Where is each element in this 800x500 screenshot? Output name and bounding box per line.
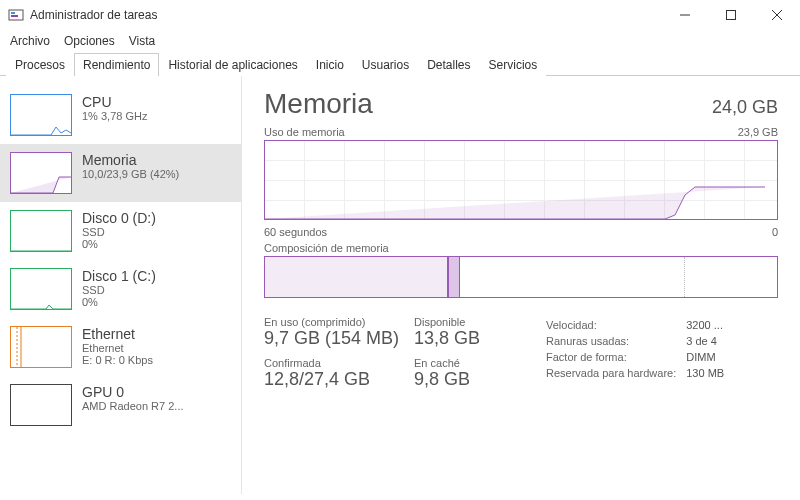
ethernet-sub1: Ethernet: [82, 342, 153, 354]
disk0-name: Disco 0 (D:): [82, 210, 156, 226]
time-right-label: 0: [772, 226, 778, 238]
main-panel: Memoria 24,0 GB Uso de memoria 23,9 GB 6…: [242, 76, 800, 494]
sidebar-item-ethernet[interactable]: Ethernet Ethernet E: 0 R: 0 Kbps: [0, 318, 241, 376]
svg-rect-4: [727, 11, 736, 20]
disk1-name: Disco 1 (C:): [82, 268, 156, 284]
slots-label: Ranuras usadas:: [546, 334, 684, 348]
cpu-thumb: [10, 94, 72, 136]
composition-label: Composición de memoria: [264, 242, 389, 254]
reserved-label: Reservada para hardware:: [546, 366, 684, 380]
composition-modified: [449, 257, 459, 297]
window-title: Administrador de tareas: [30, 8, 662, 22]
menubar: Archivo Opciones Vista: [0, 30, 800, 52]
tab-app-history[interactable]: Historial de aplicaciones: [159, 53, 306, 76]
maximize-button[interactable]: [708, 0, 754, 30]
disk1-thumb: [10, 268, 72, 310]
usage-label: Uso de memoria: [264, 126, 345, 138]
committed-label: Confirmada: [264, 357, 414, 369]
cached-value: 9,8 GB: [414, 369, 524, 390]
menu-file[interactable]: Archivo: [10, 34, 50, 48]
sidebar-item-disk1[interactable]: Disco 1 (C:) SSD 0%: [0, 260, 241, 318]
tab-startup[interactable]: Inicio: [307, 53, 353, 76]
svg-rect-2: [11, 15, 18, 17]
gpu0-thumb: [10, 384, 72, 426]
in-use-value: 9,7 GB (154 MB): [264, 328, 414, 349]
disk0-sub2: 0%: [82, 238, 156, 250]
memory-total: 24,0 GB: [712, 97, 778, 118]
disk0-sub1: SSD: [82, 226, 156, 238]
page-title: Memoria: [264, 88, 373, 120]
memory-sub: 10,0/23,9 GB (42%): [82, 168, 179, 180]
composition-free: [685, 257, 777, 297]
available-label: Disponible: [414, 316, 524, 328]
memory-name: Memoria: [82, 152, 179, 168]
sidebar-item-gpu0[interactable]: GPU 0 AMD Radeon R7 2...: [0, 376, 241, 434]
ethernet-thumb: [10, 326, 72, 368]
close-button[interactable]: [754, 0, 800, 30]
available-value: 13,8 GB: [414, 328, 524, 349]
svg-rect-1: [11, 12, 15, 14]
disk1-sub2: 0%: [82, 296, 156, 308]
menu-view[interactable]: Vista: [129, 34, 155, 48]
speed-value: 3200 ...: [686, 318, 732, 332]
in-use-label: En uso (comprimido): [264, 316, 414, 328]
menu-options[interactable]: Opciones: [64, 34, 115, 48]
composition-standby: [460, 257, 685, 297]
memory-thumb: [10, 152, 72, 194]
sidebar-item-cpu[interactable]: CPU 1% 3,78 GHz: [0, 86, 241, 144]
gpu0-sub1: AMD Radeon R7 2...: [82, 400, 184, 412]
disk1-sub1: SSD: [82, 284, 156, 296]
memory-usage-graph: [264, 140, 778, 220]
titlebar: Administrador de tareas: [0, 0, 800, 30]
tab-services[interactable]: Servicios: [480, 53, 547, 76]
sidebar-item-memory[interactable]: Memoria 10,0/23,9 GB (42%): [0, 144, 241, 202]
slots-value: 3 de 4: [686, 334, 732, 348]
tab-processes[interactable]: Procesos: [6, 53, 74, 76]
reserved-value: 130 MB: [686, 366, 732, 380]
app-icon: [8, 7, 24, 23]
sidebar: CPU 1% 3,78 GHz Memoria 10,0/23,9 GB (42…: [0, 76, 242, 494]
disk0-thumb: [10, 210, 72, 252]
memory-details: Velocidad:3200 ... Ranuras usadas:3 de 4…: [544, 316, 734, 396]
usage-max: 23,9 GB: [738, 126, 778, 138]
form-value: DIMM: [686, 350, 732, 364]
content-area: CPU 1% 3,78 GHz Memoria 10,0/23,9 GB (42…: [0, 76, 800, 494]
sidebar-item-disk0[interactable]: Disco 0 (D:) SSD 0%: [0, 202, 241, 260]
time-left-label: 60 segundos: [264, 226, 327, 238]
cached-label: En caché: [414, 357, 524, 369]
form-label: Factor de forma:: [546, 350, 684, 364]
ethernet-sub2: E: 0 R: 0 Kbps: [82, 354, 153, 366]
gpu0-name: GPU 0: [82, 384, 184, 400]
speed-label: Velocidad:: [546, 318, 684, 332]
cpu-name: CPU: [82, 94, 147, 110]
tab-bar: Procesos Rendimiento Historial de aplica…: [0, 52, 800, 76]
tab-details[interactable]: Detalles: [418, 53, 479, 76]
tab-users[interactable]: Usuarios: [353, 53, 418, 76]
composition-in-use: [265, 257, 449, 297]
tab-performance[interactable]: Rendimiento: [74, 53, 159, 76]
committed-value: 12,8/27,4 GB: [264, 369, 414, 390]
memory-composition-bar: [264, 256, 778, 298]
minimize-button[interactable]: [662, 0, 708, 30]
cpu-sub: 1% 3,78 GHz: [82, 110, 147, 122]
ethernet-name: Ethernet: [82, 326, 153, 342]
